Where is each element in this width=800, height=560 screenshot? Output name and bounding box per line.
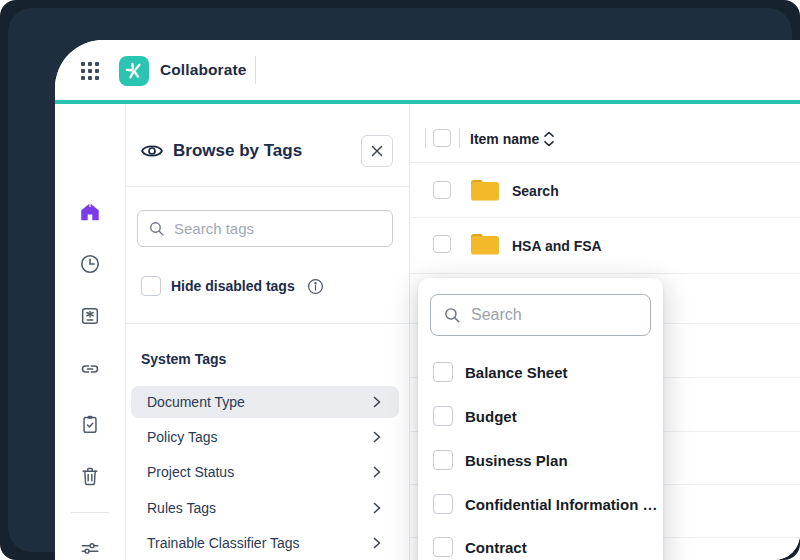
header-divider — [255, 56, 256, 84]
top-bar: Collaborate — [55, 40, 800, 100]
tag-category-trainable-classifier-tags[interactable]: Trainable Classifier Tags — [131, 527, 399, 559]
tag-option-business-plan[interactable]: Business Plan — [433, 449, 568, 471]
folder-icon — [469, 176, 501, 202]
row-checkbox[interactable] — [433, 181, 451, 199]
option-label: Contract — [465, 539, 527, 556]
search-icon — [148, 220, 165, 237]
tag-option-confidential-information[interactable]: Confidential Information … — [433, 493, 658, 515]
tag-filter-popover: Balance Sheet Budget Business Plan Confi… — [418, 278, 663, 560]
tag-category-label: Document Type — [147, 394, 369, 410]
tag-category-label: Project Status — [147, 464, 369, 480]
option-label: Balance Sheet — [465, 364, 568, 381]
app-window: Collaborate — [55, 40, 800, 560]
hide-disabled-label: Hide disabled tags — [171, 278, 295, 294]
tasks-clipboard-icon[interactable] — [79, 413, 101, 435]
system-tags-heading: System Tags — [141, 351, 226, 367]
file-name[interactable]: Search — [512, 183, 559, 199]
folder-icon — [469, 230, 501, 256]
chevron-right-icon — [369, 464, 385, 480]
tag-category-project-status[interactable]: Project Status — [131, 456, 399, 488]
tag-option-contract[interactable]: Contract — [433, 536, 527, 558]
popover-search-input[interactable] — [471, 306, 631, 324]
product-name: Collaborate — [160, 40, 246, 100]
filter-sliders-icon[interactable] — [79, 537, 101, 559]
tag-category-label: Rules Tags — [147, 500, 369, 516]
tag-category-policy-tags[interactable]: Policy Tags — [131, 421, 399, 453]
sidebar-nav — [55, 104, 125, 560]
hide-disabled-checkbox[interactable] — [141, 276, 161, 296]
panel-divider — [126, 323, 409, 324]
marketing-background: Collaborate — [0, 0, 800, 560]
option-checkbox[interactable] — [433, 450, 453, 470]
trash-icon[interactable] — [79, 465, 101, 487]
row-divider — [410, 162, 800, 163]
info-icon[interactable] — [307, 278, 324, 295]
shared-link-icon[interactable] — [79, 358, 101, 380]
chevron-right-icon — [369, 535, 385, 551]
option-checkbox[interactable] — [433, 362, 453, 382]
tag-category-rules-tags[interactable]: Rules Tags — [131, 492, 399, 524]
collaborate-logo-icon — [119, 56, 149, 86]
tag-option-balance-sheet[interactable]: Balance Sheet — [433, 361, 568, 383]
workspaces-icon[interactable] — [79, 305, 101, 327]
sort-icon[interactable] — [540, 127, 558, 151]
option-checkbox[interactable] — [433, 406, 453, 426]
panel-title: Browse by Tags — [173, 141, 302, 161]
row-checkbox[interactable] — [433, 235, 451, 253]
eye-icon — [140, 140, 164, 162]
chevron-right-icon — [369, 500, 385, 516]
chevron-right-icon — [369, 429, 385, 445]
tag-option-budget[interactable]: Budget — [433, 405, 517, 427]
row-divider — [410, 273, 800, 274]
popover-search-field[interactable] — [430, 294, 651, 336]
tag-category-document-type[interactable]: Document Type — [131, 386, 399, 418]
header-column-divider — [425, 128, 426, 148]
option-checkbox[interactable] — [433, 537, 453, 557]
panel-divider — [126, 186, 409, 187]
close-icon — [369, 143, 385, 159]
header-column-divider — [459, 128, 460, 148]
column-header-item-name: Item name — [470, 131, 539, 147]
close-panel-button[interactable] — [361, 135, 393, 167]
file-name[interactable]: HSA and FSA — [512, 238, 602, 254]
option-label: Confidential Information … — [465, 496, 658, 513]
hide-disabled-tags-row: Hide disabled tags — [141, 276, 324, 296]
tag-search-field[interactable] — [137, 210, 393, 247]
row-divider — [410, 217, 800, 218]
tag-search-input[interactable] — [174, 220, 374, 237]
sidebar-divider — [71, 512, 109, 513]
select-all-checkbox[interactable] — [433, 129, 451, 147]
tag-category-label: Trainable Classifier Tags — [147, 535, 369, 551]
option-label: Budget — [465, 408, 517, 425]
search-icon — [443, 306, 461, 324]
option-label: Business Plan — [465, 452, 568, 469]
chevron-right-icon — [369, 394, 385, 410]
option-checkbox[interactable] — [433, 494, 453, 514]
home-icon[interactable] — [79, 201, 101, 223]
app-launcher-grid-icon[interactable] — [79, 60, 101, 82]
recents-clock-icon[interactable] — [79, 253, 101, 275]
browse-by-tags-panel: Browse by Tags Hide disabled tags System… — [125, 104, 410, 560]
tag-category-label: Policy Tags — [147, 429, 369, 445]
